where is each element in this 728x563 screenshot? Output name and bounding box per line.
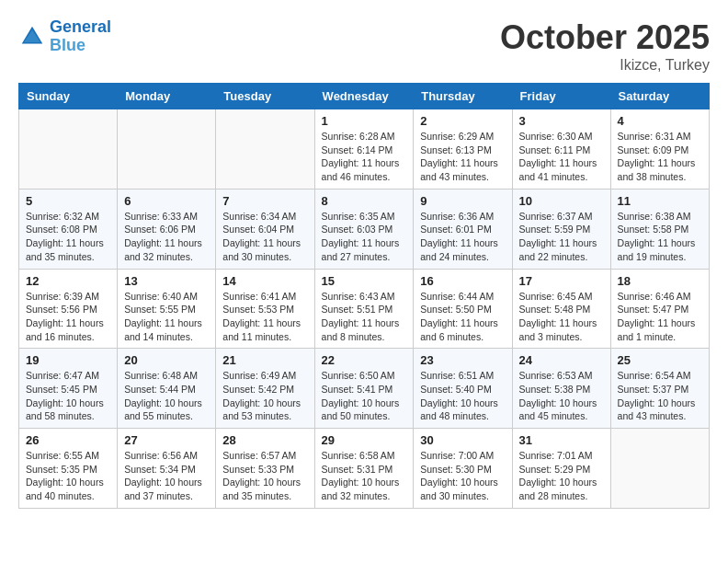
day-info: Sunrise: 6:43 AM Sunset: 5:51 PM Dayligh…	[322, 290, 407, 344]
day-info: Sunrise: 6:58 AM Sunset: 5:31 PM Dayligh…	[322, 449, 407, 503]
calendar-cell	[610, 429, 709, 509]
calendar-cell: 20Sunrise: 6:48 AM Sunset: 5:44 PM Dayli…	[118, 349, 216, 429]
day-info: Sunrise: 6:56 AM Sunset: 5:34 PM Dayligh…	[124, 449, 209, 503]
day-number: 4	[618, 114, 702, 128]
day-number: 23	[420, 353, 505, 367]
calendar-cell: 24Sunrise: 6:53 AM Sunset: 5:38 PM Dayli…	[512, 349, 610, 429]
day-number: 24	[519, 353, 604, 367]
month-title: October 2025	[500, 18, 710, 57]
day-number: 10	[519, 194, 604, 208]
day-number: 12	[26, 274, 110, 288]
weekday-header-wednesday: Wednesday	[314, 84, 414, 109]
day-number: 14	[222, 274, 307, 288]
calendar-cell: 13Sunrise: 6:40 AM Sunset: 5:55 PM Dayli…	[118, 269, 216, 349]
day-number: 1	[322, 114, 407, 128]
day-number: 9	[420, 194, 505, 208]
calendar-cell: 31Sunrise: 7:01 AM Sunset: 5:29 PM Dayli…	[512, 429, 610, 509]
day-info: Sunrise: 6:33 AM Sunset: 6:06 PM Dayligh…	[124, 210, 209, 264]
week-row-5: 26Sunrise: 6:55 AM Sunset: 5:35 PM Dayli…	[19, 429, 710, 509]
day-info: Sunrise: 6:53 AM Sunset: 5:38 PM Dayligh…	[519, 369, 604, 423]
calendar-cell: 22Sunrise: 6:50 AM Sunset: 5:41 PM Dayli…	[314, 349, 414, 429]
day-number: 25	[618, 353, 702, 367]
calendar-cell: 15Sunrise: 6:43 AM Sunset: 5:51 PM Dayli…	[314, 269, 414, 349]
day-number: 6	[124, 194, 209, 208]
day-number: 16	[420, 274, 505, 288]
calendar-cell	[19, 109, 118, 190]
week-row-4: 19Sunrise: 6:47 AM Sunset: 5:45 PM Dayli…	[19, 349, 710, 429]
calendar-cell: 7Sunrise: 6:34 AM Sunset: 6:04 PM Daylig…	[216, 189, 314, 269]
day-info: Sunrise: 6:49 AM Sunset: 5:42 PM Dayligh…	[222, 369, 307, 423]
day-info: Sunrise: 6:55 AM Sunset: 5:35 PM Dayligh…	[26, 449, 110, 503]
day-number: 15	[322, 274, 407, 288]
day-number: 13	[124, 274, 209, 288]
day-number: 3	[519, 114, 604, 128]
day-info: Sunrise: 6:31 AM Sunset: 6:09 PM Dayligh…	[618, 130, 702, 184]
calendar-cell: 16Sunrise: 6:44 AM Sunset: 5:50 PM Dayli…	[414, 269, 512, 349]
calendar-cell: 19Sunrise: 6:47 AM Sunset: 5:45 PM Dayli…	[19, 349, 118, 429]
calendar-cell: 29Sunrise: 6:58 AM Sunset: 5:31 PM Dayli…	[314, 429, 414, 509]
calendar-cell: 9Sunrise: 6:36 AM Sunset: 6:01 PM Daylig…	[414, 189, 512, 269]
weekday-header-friday: Friday	[512, 84, 610, 109]
day-info: Sunrise: 7:01 AM Sunset: 5:29 PM Dayligh…	[519, 449, 604, 503]
weekday-header-sunday: Sunday	[19, 84, 118, 109]
day-info: Sunrise: 6:44 AM Sunset: 5:50 PM Dayligh…	[420, 290, 505, 344]
day-number: 2	[420, 114, 505, 128]
day-info: Sunrise: 6:41 AM Sunset: 5:53 PM Dayligh…	[222, 290, 307, 344]
day-number: 11	[618, 194, 702, 208]
day-number: 28	[222, 433, 307, 447]
weekday-header-monday: Monday	[118, 84, 216, 109]
day-info: Sunrise: 6:38 AM Sunset: 5:58 PM Dayligh…	[618, 210, 702, 264]
calendar-cell: 3Sunrise: 6:30 AM Sunset: 6:11 PM Daylig…	[512, 109, 610, 190]
day-number: 19	[26, 353, 110, 367]
location: Ikizce, Turkey	[500, 57, 710, 74]
day-info: Sunrise: 6:47 AM Sunset: 5:45 PM Dayligh…	[26, 369, 110, 423]
calendar-cell: 27Sunrise: 6:56 AM Sunset: 5:34 PM Dayli…	[118, 429, 216, 509]
day-number: 26	[26, 433, 110, 447]
logo-icon	[18, 23, 46, 51]
day-info: Sunrise: 6:35 AM Sunset: 6:03 PM Dayligh…	[322, 210, 407, 264]
calendar-cell: 4Sunrise: 6:31 AM Sunset: 6:09 PM Daylig…	[610, 109, 709, 190]
day-info: Sunrise: 6:51 AM Sunset: 5:40 PM Dayligh…	[420, 369, 505, 423]
weekday-header-tuesday: Tuesday	[216, 84, 314, 109]
day-info: Sunrise: 6:46 AM Sunset: 5:47 PM Dayligh…	[618, 290, 702, 344]
calendar-cell: 23Sunrise: 6:51 AM Sunset: 5:40 PM Dayli…	[414, 349, 512, 429]
calendar-cell: 2Sunrise: 6:29 AM Sunset: 6:13 PM Daylig…	[414, 109, 512, 190]
logo-text: General Blue	[50, 18, 111, 55]
calendar-cell: 11Sunrise: 6:38 AM Sunset: 5:58 PM Dayli…	[610, 189, 709, 269]
day-number: 5	[26, 194, 110, 208]
day-info: Sunrise: 6:57 AM Sunset: 5:33 PM Dayligh…	[222, 449, 307, 503]
weekday-header-row: SundayMondayTuesdayWednesdayThursdayFrid…	[19, 84, 710, 109]
day-info: Sunrise: 6:54 AM Sunset: 5:37 PM Dayligh…	[618, 369, 702, 423]
day-info: Sunrise: 7:00 AM Sunset: 5:30 PM Dayligh…	[420, 449, 505, 503]
calendar-cell: 5Sunrise: 6:32 AM Sunset: 6:08 PM Daylig…	[19, 189, 118, 269]
week-row-1: 1Sunrise: 6:28 AM Sunset: 6:14 PM Daylig…	[19, 109, 710, 190]
day-info: Sunrise: 6:30 AM Sunset: 6:11 PM Dayligh…	[519, 130, 604, 184]
calendar-cell: 14Sunrise: 6:41 AM Sunset: 5:53 PM Dayli…	[216, 269, 314, 349]
calendar-cell: 30Sunrise: 7:00 AM Sunset: 5:30 PM Dayli…	[414, 429, 512, 509]
logo: General Blue	[18, 18, 111, 55]
calendar-cell	[216, 109, 314, 190]
weekday-header-thursday: Thursday	[414, 84, 512, 109]
day-number: 31	[519, 433, 604, 447]
calendar-cell: 17Sunrise: 6:45 AM Sunset: 5:48 PM Dayli…	[512, 269, 610, 349]
day-info: Sunrise: 6:32 AM Sunset: 6:08 PM Dayligh…	[26, 210, 110, 264]
day-info: Sunrise: 6:39 AM Sunset: 5:56 PM Dayligh…	[26, 290, 110, 344]
day-number: 29	[322, 433, 407, 447]
day-info: Sunrise: 6:48 AM Sunset: 5:44 PM Dayligh…	[124, 369, 209, 423]
calendar-cell: 18Sunrise: 6:46 AM Sunset: 5:47 PM Dayli…	[610, 269, 709, 349]
day-number: 22	[322, 353, 407, 367]
week-row-3: 12Sunrise: 6:39 AM Sunset: 5:56 PM Dayli…	[19, 269, 710, 349]
day-info: Sunrise: 6:36 AM Sunset: 6:01 PM Dayligh…	[420, 210, 505, 264]
day-info: Sunrise: 6:34 AM Sunset: 6:04 PM Dayligh…	[222, 210, 307, 264]
weekday-header-saturday: Saturday	[610, 84, 709, 109]
calendar-cell: 8Sunrise: 6:35 AM Sunset: 6:03 PM Daylig…	[314, 189, 414, 269]
day-number: 30	[420, 433, 505, 447]
calendar-cell: 21Sunrise: 6:49 AM Sunset: 5:42 PM Dayli…	[216, 349, 314, 429]
day-info: Sunrise: 6:37 AM Sunset: 5:59 PM Dayligh…	[519, 210, 604, 264]
calendar-cell: 1Sunrise: 6:28 AM Sunset: 6:14 PM Daylig…	[314, 109, 414, 190]
day-number: 20	[124, 353, 209, 367]
day-number: 7	[222, 194, 307, 208]
title-block: October 2025 Ikizce, Turkey	[500, 18, 710, 74]
calendar-cell: 12Sunrise: 6:39 AM Sunset: 5:56 PM Dayli…	[19, 269, 118, 349]
calendar-cell	[118, 109, 216, 190]
